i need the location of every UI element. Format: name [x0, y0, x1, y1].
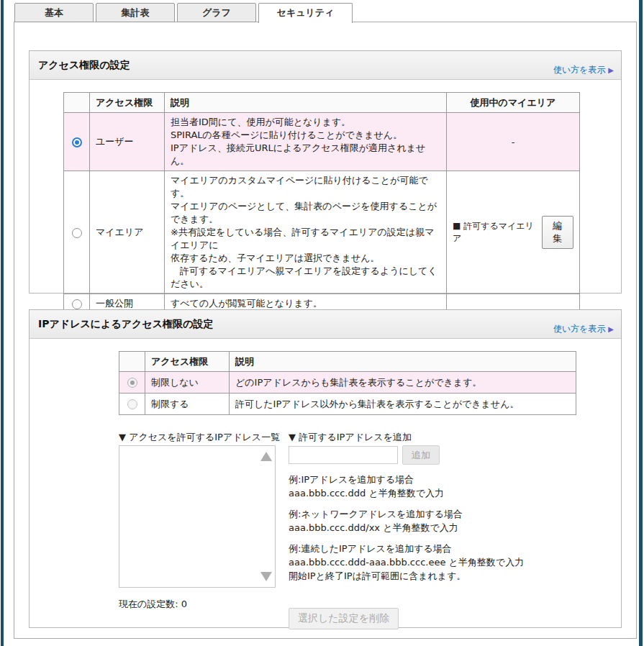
- scroll-down-icon[interactable]: [260, 572, 272, 581]
- table-row-myarea: マイエリア マイエリアのカスタムマイページに貼り付けることが可能です。 マイエリ…: [64, 171, 580, 294]
- ip-list-heading: ▼ アクセスを許可するIPアドレス一覧: [119, 431, 280, 444]
- tab-bar: 基本 集計表 グラフ セキュリティ: [14, 3, 353, 23]
- header-description: 説明: [165, 93, 447, 113]
- help-arrow-icon: ▶: [608, 325, 614, 333]
- desc-line: すべての人が閲覧可能となります。: [171, 297, 440, 310]
- section-access-permission: アクセス権限の設定 使い方を表示 ▶ アクセス権限 説明 使用中のマイエリア ユ…: [29, 50, 622, 294]
- header-permission: アクセス権限: [90, 93, 165, 113]
- table-row-restrict: 制限する 許可したIPアドレス以外から集計表を表示することができません。: [119, 393, 576, 415]
- tab-graph[interactable]: グラフ: [177, 3, 256, 22]
- header-radio-col: [119, 352, 145, 372]
- tab-summary-table[interactable]: 集計表: [96, 3, 175, 22]
- help-arrow-icon: ▶: [608, 66, 614, 74]
- radio-myarea[interactable]: [72, 228, 82, 238]
- radio-restrict-disabled: [127, 399, 137, 409]
- header-radio-col: [64, 93, 90, 113]
- allowed-myarea-label: ■ 許可するマイエリア: [453, 220, 538, 245]
- radio-no-restrict-disabled: [127, 378, 137, 388]
- example-single-ip: 例:IPアドレスを追加する場合 aaa.bbb.ccc.ddd と半角整数で入力: [289, 473, 524, 500]
- permission-label: ユーザー: [90, 113, 165, 171]
- table-header-row: アクセス権限 説明: [119, 352, 576, 372]
- help-link-ip[interactable]: 使い方を表示 ▶: [553, 323, 614, 335]
- example-ip-range: 例:連続したIPアドレスを追加する場合 aaa.bbb.ccc.ddd-aaa.…: [289, 542, 524, 583]
- permission-label: マイエリア: [90, 171, 165, 294]
- listbox-scrollbar[interactable]: [260, 446, 273, 587]
- access-permission-table: アクセス権限 説明 使用中のマイエリア ユーザー 担当者ID間にて、使用が可能と…: [63, 92, 580, 337]
- ip-add-row: 追加: [289, 445, 440, 465]
- section-ip-header: IPアドレスによるアクセス権限の設定 使い方を表示 ▶: [30, 310, 621, 339]
- allowed-ip-listbox[interactable]: [119, 445, 276, 588]
- desc-line: マイエリアのカスタムマイページに貼り付けることが可能です。: [171, 174, 440, 200]
- myarea-value: -: [447, 113, 580, 171]
- ip-permission-table: アクセス権限 説明 制限しない どのIPアドレスからも集計表を表示することができ…: [119, 351, 576, 415]
- table-row-no-restrict: 制限しない どのIPアドレスからも集計表を表示することができます。: [119, 372, 576, 393]
- right-accent-bar: [639, 0, 643, 646]
- table-row-user: ユーザー 担当者ID間にて、使用が可能となります。 SPIRALの各種ページに貼…: [64, 113, 580, 171]
- desc-line: SPIRALの各種ページに貼り付けることができません。: [171, 129, 440, 142]
- left-accent-bar: [1, 0, 4, 646]
- add-ip-button[interactable]: 追加: [402, 445, 440, 465]
- desc-line: 担当者ID間にて、使用が可能となります。: [171, 116, 440, 129]
- tab-security[interactable]: セキュリティ: [258, 3, 353, 23]
- section-ip-title: IPアドレスによるアクセス権限の設定: [38, 318, 213, 331]
- permission-label: 制限しない: [145, 372, 230, 393]
- header-description: 説明: [230, 352, 576, 372]
- desc-line: マイエリアのページとして、集計表のページを使用することができます。: [171, 200, 440, 226]
- header-myarea: 使用中のマイエリア: [447, 93, 580, 113]
- edit-myarea-button[interactable]: 編集: [542, 216, 573, 249]
- section-access-header: アクセス権限の設定 使い方を表示 ▶: [30, 51, 621, 80]
- section-access-title: アクセス権限の設定: [38, 59, 130, 72]
- radio-public[interactable]: [72, 299, 82, 309]
- desc-line: 許可するマイエリアへ親マイエリアを設定するようにしてください。: [171, 265, 440, 291]
- header-permission: アクセス権限: [145, 352, 230, 372]
- description: 許可したIPアドレス以外から集計表を表示することができません。: [230, 393, 576, 415]
- ip-address-input[interactable]: [289, 446, 398, 464]
- table-header-row: アクセス権限 説明 使用中のマイエリア: [64, 93, 580, 113]
- desc-line: ※共有設定をしている場合、許可するマイエリアの設定は親マイエリアに: [171, 226, 440, 252]
- permission-label: 制限する: [145, 393, 230, 415]
- section-ip-permission: IPアドレスによるアクセス権限の設定 使い方を表示 ▶ アクセス権限 説明 制限…: [29, 309, 622, 628]
- scroll-up-icon[interactable]: [260, 452, 272, 461]
- ip-add-heading: ▼ 許可するIPアドレスを追加: [289, 431, 412, 444]
- desc-line: IPアドレス、接続元URLによるアクセス権限が適用されません。: [171, 142, 440, 168]
- help-link-access[interactable]: 使い方を表示 ▶: [553, 64, 614, 76]
- description: どのIPアドレスからも集計表を表示することができます。: [230, 372, 576, 393]
- radio-user-selected[interactable]: [72, 137, 82, 147]
- delete-selected-button[interactable]: 選択した設定を削除: [289, 608, 399, 629]
- desc-line: 依存するため、子マイエリアは選択できません。: [171, 252, 440, 265]
- tab-basic[interactable]: 基本: [14, 3, 94, 22]
- security-panel: アクセス権限の設定 使い方を表示 ▶ アクセス権限 説明 使用中のマイエリア ユ…: [14, 22, 637, 639]
- current-count-label: 現在の設定数: 0: [119, 598, 187, 611]
- example-network-address: 例:ネットワークアドレスを追加する場合 aaa.bbb.ccc.ddd/xx と…: [289, 507, 524, 534]
- ip-examples: 例:IPアドレスを追加する場合 aaa.bbb.ccc.ddd と半角整数で入力…: [289, 473, 524, 590]
